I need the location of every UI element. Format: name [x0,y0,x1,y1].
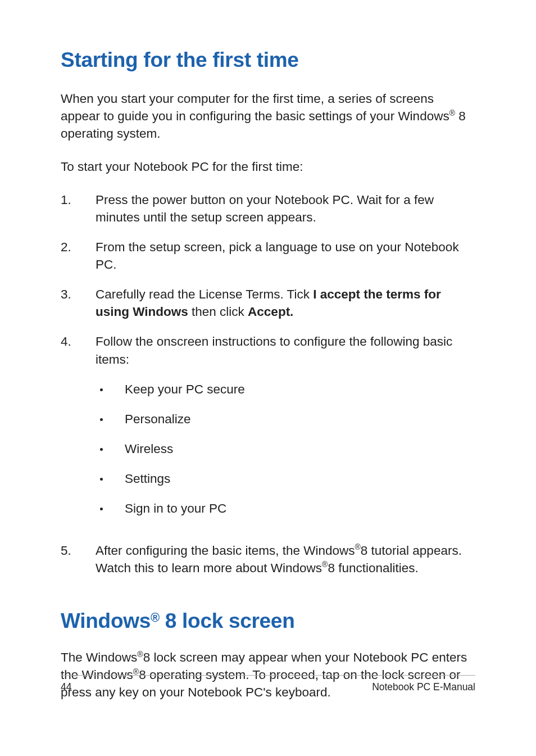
bullet-marker [96,470,125,487]
step3-mid: then click [188,305,248,319]
bullet-item: Keep your PC secure [96,381,475,398]
bullet-item: Settings [96,470,475,487]
bullet-marker [96,500,125,517]
page-number: 44 [61,681,71,693]
step5-post: 8 functionalities. [328,561,418,575]
bullet-text: Personalize [125,410,475,428]
step-text: Follow the onscreen instructions to conf… [96,333,475,529]
step-text: Carefully read the License Terms. Tick I… [96,286,475,320]
bullet-item: Personalize [96,410,475,428]
footer-title: Notebook PC E-Manual [372,681,475,693]
p3-a: The Windows [61,650,137,664]
step-4: 4. Follow the onscreen instructions to c… [61,333,475,529]
bullet-text: Sign in to your PC [125,500,475,517]
registered-mark: ® [137,650,143,659]
bullet-item: Wireless [96,440,475,458]
bullet-text: Wireless [125,440,475,458]
page-footer: 44 Notebook PC E-Manual [61,675,475,693]
step-text: Press the power button on your Notebook … [96,191,475,226]
bullet-text: Keep your PC secure [125,381,475,398]
intro-paragraph-2: To start your Notebook PC for the first … [61,158,475,175]
step-text: After configuring the basic items, the W… [96,542,475,577]
bullet-icon [100,508,103,510]
step-1: 1. Press the power button on your Notebo… [61,191,475,226]
step-text: From the setup screen, pick a language t… [96,238,475,273]
step-5: 5. After configuring the basic items, th… [61,542,475,577]
step-marker: 5. [61,542,96,577]
bullet-marker [96,410,125,428]
bullet-text: Settings [125,470,475,487]
step-marker: 2. [61,238,96,273]
steps-list: 1. Press the power button on your Notebo… [61,191,475,577]
heading-starting: Starting for the first time [61,48,475,72]
bullet-marker [96,440,125,458]
intro-paragraph-1: When you start your computer for the fir… [61,90,475,142]
heading-lock-screen: Windows® 8 lock screen [61,609,475,633]
step-3: 3. Carefully read the License Terms. Tic… [61,286,475,320]
registered-mark: ® [449,108,455,117]
manual-page: Starting for the first time When you sta… [0,0,536,701]
step-marker: 1. [61,191,96,226]
step5-pre: After configuring the basic items, the W… [96,544,355,558]
bullet-item: Sign in to your PC [96,500,475,517]
step3-pre: Carefully read the License Terms. Tick [96,287,313,301]
bullet-list: Keep your PC secure Personalize Wireless… [96,381,475,517]
registered-mark: ® [355,542,360,551]
bullet-icon [100,418,103,421]
bullet-icon [100,448,103,451]
bullet-marker [96,381,125,398]
step4-text: Follow the onscreen instructions to conf… [96,334,452,366]
intro-text-a: When you start your computer for the fir… [61,92,449,123]
heading2-a: Windows [61,609,151,632]
step-2: 2. From the setup screen, pick a languag… [61,238,475,273]
step3-bold2: Accept. [248,305,293,319]
heading2-b: 8 lock screen [160,609,295,632]
step-marker: 3. [61,286,96,320]
registered-mark: ® [151,610,160,624]
registered-mark: ® [322,560,328,569]
bullet-icon [100,388,103,391]
step-marker: 4. [61,333,96,529]
bullet-icon [100,478,103,481]
